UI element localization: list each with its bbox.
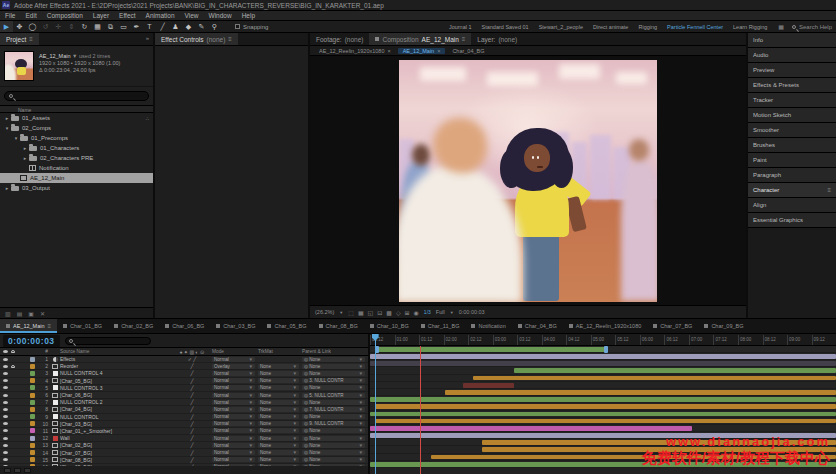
resolution-select[interactable]: Full [436, 309, 445, 315]
label-color-swatch[interactable] [30, 421, 35, 426]
timeline-tab-char-06-bg[interactable]: Char_06_BG [159, 319, 210, 333]
timeline-tab-ae-12-reelin-1920x1080[interactable]: AE_12_Reelin_1920x1080 [563, 319, 647, 333]
timeline-tab-char-08-bg[interactable]: Char_08_BG [313, 319, 364, 333]
layer-duration-bar[interactable] [375, 404, 836, 409]
label-color-swatch[interactable] [30, 457, 35, 462]
clone-stamp-tool[interactable]: ♟ [169, 21, 182, 32]
panel-brushes[interactable]: Brushes [748, 138, 836, 153]
blend-mode-select[interactable]: Normal▼ [212, 400, 255, 405]
layer-switches[interactable]: ╱ [172, 399, 212, 405]
layer-row-char-07-bg[interactable]: 14 [Char_07_BG] ╱ Normal▼ None▼ ◎ None▼ [0, 449, 368, 456]
panel-preview[interactable]: Preview [748, 63, 836, 78]
parent-select[interactable]: ◎ None▼ [302, 457, 365, 462]
layer-row-char-04-bg[interactable]: 8 [Char_04_BG] ╱ Normal▼ None▼ ◎ 7. NULL… [0, 406, 368, 413]
orbit-camera-tool[interactable]: ↺ [39, 21, 52, 32]
timeline-search-input[interactable] [65, 337, 151, 345]
label-color-swatch[interactable] [30, 357, 35, 362]
layer-name[interactable]: NULL CONTROL 3 [60, 385, 172, 391]
parent-select[interactable]: ◎ None▼ [302, 371, 365, 376]
zoom-tool[interactable]: ◯ [26, 21, 39, 32]
menu-animation[interactable]: Animation [141, 12, 180, 19]
interpret-footage-icon[interactable]: ▥ [5, 310, 11, 317]
blend-mode-select[interactable]: Normal▼ [212, 393, 255, 398]
timeline-tab-char-07-bg[interactable]: Char_07_BG [647, 319, 698, 333]
parent-select[interactable]: ◎ None▼ [302, 385, 365, 390]
comp-subtab-char-04-bg[interactable]: Char_04_BG [447, 48, 489, 54]
eye-icon[interactable] [3, 451, 8, 454]
timeline-tab-char-09-bg[interactable]: Char_09_BG [698, 319, 749, 333]
panel-audio[interactable]: Audio [748, 48, 836, 63]
label-color-swatch[interactable] [30, 428, 35, 433]
layer-bar-row[interactable] [370, 418, 836, 425]
panel-info[interactable]: Info [748, 33, 836, 48]
switches-column-icons[interactable]: ♠ ✦ ▥ ◐ ⊙ [172, 349, 212, 355]
rotation-tool[interactable]: ↻ [78, 21, 91, 32]
panel-smoother[interactable]: Smoother [748, 123, 836, 138]
mask-visibility-icon[interactable]: ◱ [368, 309, 374, 316]
trkmat-select[interactable]: None▼ [258, 371, 299, 376]
timeline-tab-char-03-bg[interactable]: Char_03_BG [210, 319, 261, 333]
workspace-particle-fennell-center[interactable]: Particle Fennell Center [662, 24, 728, 30]
project-item-01-assets[interactable]: ▸ 01_Assets∴ [0, 113, 153, 123]
number-column-header[interactable]: # [38, 349, 50, 354]
timeline-tab-notification[interactable]: Notification [465, 319, 511, 333]
parent-select[interactable]: ◎ None▼ [302, 443, 365, 448]
layer-duration-bar[interactable] [370, 426, 692, 431]
label-color-swatch[interactable] [30, 407, 35, 412]
project-item-01-characters[interactable]: ▸ 01_Characters [0, 143, 153, 153]
label-color-swatch[interactable] [30, 393, 35, 398]
eye-icon[interactable] [3, 386, 8, 389]
layer-duration-bar[interactable] [445, 390, 836, 395]
expand-layer-switches-button[interactable] [4, 468, 11, 473]
layer-bar-row[interactable] [370, 396, 836, 403]
3d-view-icon[interactable]: ◇ [396, 309, 401, 316]
type-tool[interactable]: T [143, 21, 156, 32]
parent-column-header[interactable]: Parent & Link [302, 349, 368, 354]
eye-icon[interactable] [3, 379, 8, 382]
panel-tracker[interactable]: Tracker [748, 93, 836, 108]
disclosure-triangle-icon[interactable]: ▾ [3, 125, 11, 131]
panel-menu-icon[interactable]: ≡ [228, 36, 232, 42]
layer-row-char-06-bg[interactable]: 6 [Char_06_BG] ╱ Normal▼ None▼ ◎ 5. NULL… [0, 392, 368, 399]
disclosure-triangle-icon[interactable]: ▸ [21, 155, 29, 161]
layer-name[interactable]: Effects [60, 356, 172, 362]
layer-duration-bar[interactable] [370, 354, 836, 359]
layer-row-char-01-smoother[interactable]: 11 [Char_01_+_Smoother] ╱ Normal▼ None▼ … [0, 428, 368, 435]
layer-switches[interactable]: ╱ [172, 457, 212, 463]
video-column-icon[interactable] [3, 350, 8, 353]
menu-view[interactable]: View [180, 12, 204, 19]
layer-row-null-control-3[interactable]: 5 NULL CONTROL 3 ╱ Normal▼ None▼ ◎ None▼ [0, 385, 368, 392]
label-color-swatch[interactable] [30, 436, 35, 441]
parent-select[interactable]: ◎ 7. NULL CONTR▼ [302, 407, 365, 412]
comp-subtab-ae-12-main[interactable]: AE_12_Main × [398, 48, 446, 54]
layer-name[interactable]: [Char_01_+_Smoother] [60, 428, 172, 434]
zoom-level[interactable]: (26.2%) [315, 309, 334, 315]
workspace-learn-rigging[interactable]: Learn Rigging [728, 24, 772, 30]
pixel-aspect-icon[interactable]: ⊞ [405, 309, 410, 316]
transparency-grid-icon[interactable]: ▩ [386, 309, 392, 316]
eye-icon[interactable] [3, 401, 8, 404]
disclosure-triangle-icon[interactable]: ▸ [3, 185, 11, 191]
comp-subtab-ae-12-reelin-1920x1080[interactable]: AE_12_Reelin_1920x1080 × [314, 48, 396, 54]
current-time-indicator[interactable] [375, 334, 376, 474]
label-color-swatch[interactable] [30, 378, 35, 383]
panel-motion-sketch[interactable]: Motion Sketch [748, 108, 836, 123]
expand-transfer-controls-button[interactable] [14, 468, 21, 473]
panel-overflow-icon[interactable]: » [142, 33, 153, 45]
layer-bar-row[interactable] [370, 382, 836, 389]
eraser-tool[interactable]: ◆ [182, 21, 195, 32]
pan-behind-tool[interactable]: ⧉ [104, 21, 117, 32]
project-item-02-characters-pre[interactable]: ▸ 02_Characters PRE [0, 153, 153, 163]
parent-select[interactable]: ◎ None▼ [302, 414, 365, 419]
eye-icon[interactable] [3, 458, 8, 461]
preview-dropdown-icon[interactable]: ▼ [72, 53, 77, 59]
layer-bar-row[interactable] [370, 375, 836, 382]
layer-switches[interactable]: ╱ [172, 435, 212, 441]
layer-row-null-control[interactable]: 9 NULL CONTROL ╱ Normal▼ None▼ ◎ None▼ [0, 414, 368, 421]
menu-composition[interactable]: Composition [42, 12, 88, 19]
work-area-end-handle[interactable] [604, 346, 608, 353]
layer-switches[interactable]: ╱ [172, 370, 212, 376]
layer-switches[interactable]: ╱ [172, 385, 212, 391]
label-color-swatch[interactable] [30, 385, 35, 390]
blend-mode-select[interactable]: Normal▼ [212, 428, 255, 433]
